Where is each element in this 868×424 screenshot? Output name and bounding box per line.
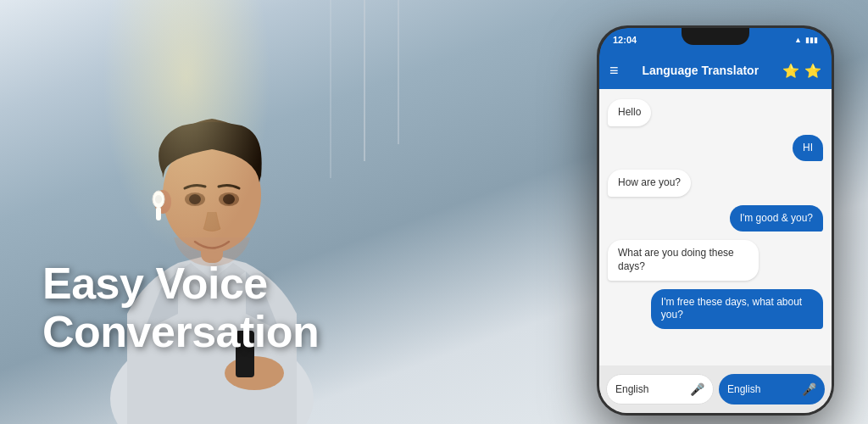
status-time: 12:04: [613, 35, 637, 45]
tagline-line2: Conversation: [42, 308, 319, 356]
wifi-icon: ▲: [794, 36, 802, 44]
chat-area: Hello HI How are you? I'm good & you? Wh…: [599, 89, 832, 413]
star-icon-1[interactable]: ⭐: [782, 63, 799, 79]
title-container: Easy Voice Conversation: [42, 259, 319, 356]
left-mic-icon[interactable]: 🎤: [690, 382, 704, 396]
left-language-button[interactable]: English 🎤: [606, 374, 714, 404]
phone-notch: [682, 28, 749, 45]
chat-message-5: What are you doing these days?: [608, 240, 759, 280]
chat-message-6: I'm free these days, what about you?: [651, 289, 823, 329]
chat-message-1: Hello: [608, 99, 651, 126]
right-language-button[interactable]: English 🎤: [719, 374, 825, 404]
tagline-line1: Easy Voice: [42, 259, 319, 308]
chat-message-3: How are you?: [608, 170, 691, 197]
chat-message-4: I'm good & you?: [730, 205, 823, 232]
app-title: Language Translator: [627, 64, 774, 77]
phone-body: 12:04 ▲ ▮▮▮ ≡ Language Translator ⭐ ⭐ He…: [597, 25, 834, 416]
right-language-label: English: [727, 383, 760, 395]
menu-icon[interactable]: ≡: [609, 63, 619, 78]
header-icons: ⭐ ⭐: [782, 63, 821, 79]
phone-mockup: 12:04 ▲ ▮▮▮ ≡ Language Translator ⭐ ⭐ He…: [597, 25, 834, 416]
status-icons: ▲ ▮▮▮: [794, 36, 818, 44]
left-language-label: English: [615, 383, 648, 395]
phone-bottom-bar: English 🎤 English 🎤: [599, 365, 832, 413]
chat-message-2: HI: [793, 135, 823, 162]
phone-screen: 12:04 ▲ ▮▮▮ ≡ Language Translator ⭐ ⭐ He…: [599, 28, 832, 413]
app-header: ≡ Language Translator ⭐ ⭐: [599, 52, 832, 89]
battery-icon: ▮▮▮: [805, 36, 818, 44]
star-icon-2[interactable]: ⭐: [804, 63, 821, 79]
light-beam: [102, 0, 271, 254]
right-mic-icon[interactable]: 🎤: [802, 382, 816, 396]
